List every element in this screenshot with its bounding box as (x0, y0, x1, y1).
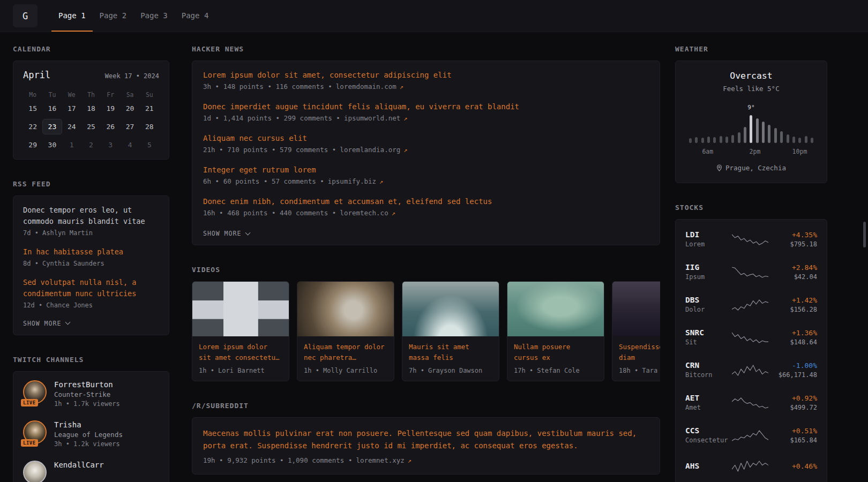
stock-info: AHS (685, 462, 732, 470)
weather-bar (689, 109, 692, 143)
video-title[interactable]: Mauris sit amet massa felis (409, 342, 492, 363)
video-card[interactable]: Aliquam tempor dolor nec pharetra…1h • M… (297, 281, 394, 381)
avatar: LIVE (23, 380, 47, 404)
section-title-videos: VIDEOS (192, 266, 660, 274)
stock-ticker: IIG (685, 263, 732, 272)
twitch-channel[interactable]: LIVEForrestBurtonCounter-Strike1h • 1.7k… (23, 380, 159, 408)
weather-bar (731, 109, 734, 143)
stock-row[interactable]: SNRCSit+1.36%$148.64 (684, 321, 818, 353)
video-meta: 1h • Molly Carrillo (304, 367, 387, 374)
subreddit-post-title[interactable]: Maecenas mollis pulvinar erat non posuer… (203, 427, 649, 452)
weather-bar-fill (720, 136, 722, 143)
hackernews-item-source[interactable]: loremtech.co (340, 209, 388, 217)
twitch-channel-name[interactable]: Trisha (54, 420, 123, 429)
hackernews-item-meta: 3h • 148 points • 116 comments •loremdom… (203, 82, 649, 91)
hackernews-item-title[interactable]: Aliquam nec cursus elit (203, 134, 649, 142)
hackernews-show-more-button[interactable]: SHOW MORE (203, 230, 250, 237)
calendar-day: 18 (81, 101, 101, 116)
tab-page-4[interactable]: Page 4 (175, 0, 216, 32)
calendar-weekday: Mo (23, 89, 42, 101)
tab-page-2[interactable]: Page 2 (93, 0, 134, 32)
hackernews-item-stats: 16h • 468 points • 440 comments • (203, 209, 336, 217)
hackernews-item-title[interactable]: Lorem ipsum dolor sit amet, consectetur … (203, 71, 649, 79)
stock-row[interactable]: AHS+0.46% (684, 451, 818, 480)
video-card[interactable]: Nullam posuere cursus ex17h • Stefan Col… (507, 281, 604, 381)
section-twitch: TWITCH CHANNELS LIVEForrestBurtonCounter… (13, 356, 169, 482)
hackernews-item-source[interactable]: loremlandia.org (340, 146, 400, 154)
app-logo: G (13, 4, 38, 27)
section-stocks: STOCKS LDILorem+4.35%$795.18IIGIpsum+2.8… (675, 204, 827, 482)
video-title[interactable]: Suspendisse quis… diam (619, 342, 660, 363)
twitch-channel[interactable]: KendallCarr (23, 461, 159, 482)
external-link-icon: ↗ (408, 457, 411, 464)
video-card[interactable]: Lorem ipsum dolor sit amet consectetu…1h… (192, 281, 289, 381)
calendar-day-today: 23 (42, 119, 62, 134)
twitch-channel-info: KendallCarr (54, 461, 104, 482)
rss-item-title[interactable]: Donec tempor eros leo, ut commodo mauris… (23, 205, 159, 227)
scrollbar-thumb[interactable] (863, 222, 866, 247)
subreddit-card: Maecenas mollis pulvinar erat non posuer… (192, 417, 660, 475)
location-pin-icon (716, 164, 722, 171)
stock-row[interactable]: LDILorem+4.35%$795.18 (684, 223, 818, 255)
stock-change: +4.35% (768, 231, 817, 239)
tab-page-3[interactable]: Page 3 (133, 0, 175, 32)
video-card[interactable]: Mauris sit amet massa felis7h • Grayson … (402, 281, 499, 381)
calendar-weekday: Sa (120, 89, 139, 101)
hackernews-show-more-label: SHOW MORE (203, 230, 241, 237)
twitch-channel-name[interactable]: KendallCarr (54, 461, 104, 469)
twitch-channel-name[interactable]: ForrestBurton (54, 380, 120, 389)
video-card-body: Suspendisse quis… diam18h • Tara (612, 336, 660, 381)
rss-show-more-button[interactable]: SHOW MORE (23, 320, 70, 327)
weather-time-label: 10pm (792, 148, 807, 155)
video-thumbnail (402, 282, 499, 336)
hackernews-item-source[interactable]: ipsumify.biz (328, 177, 376, 185)
stock-name: Lorem (685, 240, 732, 248)
stock-row[interactable]: CCSConsectetur+0.51%$165.84 (684, 419, 818, 451)
video-card[interactable]: Suspendisse quis… diam18h • Tara (612, 281, 660, 381)
hackernews-item-title[interactable]: Donec imperdiet augue tincidunt felis al… (203, 102, 649, 111)
hackernews-item-source[interactable]: loremdomain.com (336, 82, 396, 91)
rss-card: Donec tempor eros leo, ut commodo mauris… (13, 195, 169, 335)
calendar-day: 17 (62, 101, 81, 116)
video-title[interactable]: Nullam posuere cursus ex (514, 342, 597, 363)
subreddit-post-meta: 19h • 9,932 points • 1,090 comments •lor… (203, 456, 649, 464)
stock-row[interactable]: CRNBitcorn-1.00%$66,171.48 (684, 353, 818, 386)
hackernews-item-title[interactable]: Donec enim nibh, condimentum et accumsan… (203, 197, 649, 206)
video-title[interactable]: Aliquam tempor dolor nec pharetra… (304, 342, 387, 363)
section-title-rss: RSS FEED (13, 180, 169, 188)
rss-item-title[interactable]: In hac habitasse platea (23, 246, 159, 258)
weather-bar (792, 109, 795, 143)
weather-card: Overcast Feels like 5°C 9° 6am2pm10pm Pr… (675, 61, 827, 183)
stock-sparkline (732, 330, 768, 344)
calendar-week-label: Week 17 • 2024 (105, 72, 159, 80)
stock-row[interactable]: AETAmet+0.92%$499.72 (684, 386, 818, 419)
topbar: G Page 1Page 2Page 3Page 4 (0, 0, 868, 32)
twitch-channel-meta: 3h • 1.2k viewers (54, 440, 123, 448)
weather-bar-fill (713, 137, 716, 143)
subreddit-post-source[interactable]: loremnet.xyz (356, 456, 404, 464)
weather-bar-fill (707, 137, 710, 143)
video-meta: 18h • Tara (619, 367, 660, 374)
rss-item-title[interactable]: Sed volutpat nulla nisl, a condimentum n… (23, 277, 159, 299)
stock-values: +0.92%$499.72 (768, 394, 817, 411)
stock-name: Amet (685, 404, 732, 411)
stock-ticker: SNRC (685, 328, 732, 337)
calendar-weekday: Fr (101, 89, 120, 101)
hackernews-item-meta: 21h • 710 points • 579 comments •loremla… (203, 146, 649, 154)
stock-row[interactable]: DBSDolor+1.42%$156.28 (684, 288, 818, 321)
tab-page-1[interactable]: Page 1 (51, 0, 93, 32)
calendar-day: 21 (140, 101, 159, 116)
video-title[interactable]: Lorem ipsum dolor sit amet consectetu… (199, 342, 282, 363)
stock-price: $66,171.48 (768, 371, 817, 379)
hackernews-item-source[interactable]: ipsumworld.net (344, 114, 400, 122)
section-title-subreddit: /R/SUBREDDIT (192, 402, 660, 410)
twitch-channel[interactable]: LIVETrishaLeague of Legends3h • 1.2k vie… (23, 420, 159, 448)
section-subreddit: /R/SUBREDDIT Maecenas mollis pulvinar er… (192, 402, 660, 475)
stock-info: AETAmet (685, 394, 732, 411)
stock-change: +1.42% (768, 296, 817, 304)
avatar-image (23, 461, 47, 482)
weather-bar (756, 109, 759, 143)
page-tabs: Page 1Page 2Page 3Page 4 (51, 0, 215, 32)
hackernews-item-title[interactable]: Integer eget rutrum lorem (203, 165, 649, 174)
stock-row[interactable]: IIGIpsum+2.84%$42.04 (684, 255, 818, 288)
